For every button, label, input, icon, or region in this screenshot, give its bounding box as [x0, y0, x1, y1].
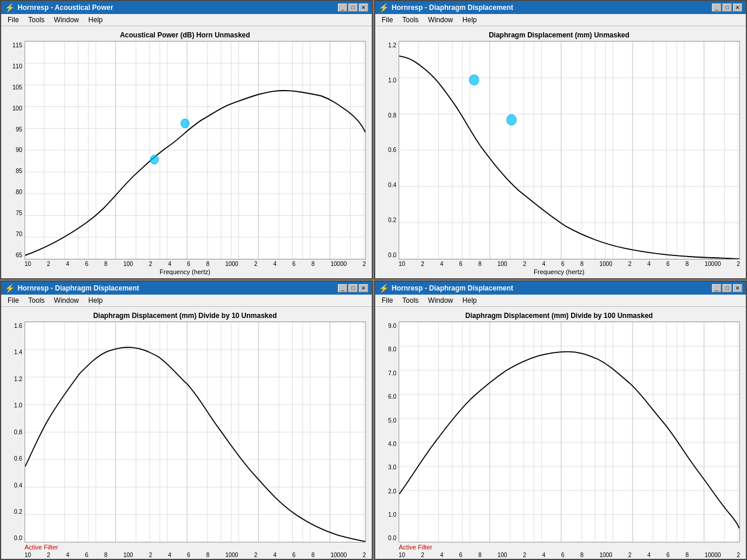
app-icon-2: ⚡ — [379, 3, 389, 12]
window-acoustical-power: ⚡ Hornresp - Acoustical Power _ □ ✕ File… — [0, 0, 373, 279]
minimize-btn-4[interactable]: _ — [712, 284, 721, 292]
y-axis-1: 115 110 105 100 95 90 85 80 75 70 65 — [4, 41, 25, 260]
x-label-2: Frequency (hertz) — [378, 267, 740, 275]
menu-file-4[interactable]: File — [380, 296, 395, 305]
title-bar-buttons-4: _ □ ✕ — [712, 284, 742, 292]
chart-body-1 — [25, 41, 366, 260]
x-axis-1: 10 2 4 6 8 100 2 4 6 8 1000 2 4 6 8 1000… — [4, 260, 366, 267]
chart-bottom-2: 10 2 4 6 8 100 2 4 6 8 1000 2 4 6 8 1000… — [378, 260, 740, 275]
minimize-btn-2[interactable]: _ — [712, 4, 721, 12]
menu-help-3[interactable]: Help — [87, 296, 105, 305]
window-title-4: Hornresp - Diaphragm Displacement — [392, 284, 513, 292]
x-axis-4: 10 2 4 6 8 100 2 4 6 8 1000 2 4 6 8 1000… — [378, 551, 740, 558]
maximize-btn-1[interactable]: □ — [348, 4, 358, 12]
chart-bottom-3: Active Filter 10 2 4 6 8 100 2 4 6 8 100… — [4, 542, 366, 560]
menu-bar-3: File Tools Window Help — [1, 295, 372, 307]
chart-container-4: 9.0 8.0 7.0 6.0 5.0 4.0 3.0 2.0 1.0 0.0 — [378, 322, 740, 542]
title-bar-buttons-2: _ □ ✕ — [712, 4, 742, 12]
chart-body-3 — [25, 322, 366, 542]
chart-area-1: Acoustical Power (dB) Horn Unmasked 115 … — [1, 26, 372, 278]
curve-2 — [399, 56, 739, 259]
chart-svg-2 — [399, 42, 739, 259]
x-axis-2: 10 2 4 6 8 100 2 4 6 8 1000 2 4 6 8 1000… — [378, 260, 740, 267]
menu-help-2[interactable]: Help — [461, 15, 479, 25]
chart-area-4: Diaphragm Displacement (mm) Divide by 10… — [375, 307, 746, 560]
chart-body-4 — [399, 322, 740, 542]
chart-title-4: Diaphragm Displacement (mm) Divide by 10… — [378, 310, 740, 322]
y-axis-4: 9.0 8.0 7.0 6.0 5.0 4.0 3.0 2.0 1.0 0.0 — [378, 322, 399, 542]
menu-file-2[interactable]: File — [380, 15, 395, 25]
x-axis-3: 10 2 4 6 8 100 2 4 6 8 1000 2 4 6 8 1000… — [4, 551, 366, 558]
chart-title-2: Diaphragm Displacement (mm) Unmasked — [378, 29, 740, 41]
menu-tools-3[interactable]: Tools — [26, 296, 46, 305]
menu-tools-1[interactable]: Tools — [26, 15, 46, 25]
window-diaphragm-1: ⚡ Hornresp - Diaphragm Displacement _ □ … — [374, 0, 747, 279]
chart-title-1: Acoustical Power (dB) Horn Unmasked — [4, 29, 366, 41]
app-icon-3: ⚡ — [5, 284, 15, 293]
menu-file-3[interactable]: File — [6, 296, 20, 305]
window-title-2: Hornresp - Diaphragm Displacement — [392, 4, 513, 12]
maximize-btn-3[interactable]: □ — [348, 284, 358, 292]
x-label-1: Frequency (hertz) — [4, 267, 366, 275]
title-bar-2: ⚡ Hornresp - Diaphragm Displacement _ □ … — [375, 1, 746, 14]
chart-svg-3 — [25, 322, 365, 542]
chart-container-3: 1.6 1.4 1.2 1.0 0.8 0.6 0.4 0.2 0.0 — [4, 322, 366, 542]
marker-1a — [150, 155, 158, 164]
app-icon-4: ⚡ — [379, 284, 389, 293]
curve-4 — [399, 352, 739, 528]
window-diaphragm-div10: ⚡ Hornresp - Diaphragm Displacement _ □ … — [0, 281, 373, 560]
app-icon-1: ⚡ — [5, 3, 15, 12]
title-bar-3: ⚡ Hornresp - Diaphragm Displacement _ □ … — [1, 282, 372, 295]
menu-window-1[interactable]: Window — [52, 15, 81, 25]
menu-window-2[interactable]: Window — [426, 15, 455, 25]
title-bar-4: ⚡ Hornresp - Diaphragm Displacement _ □ … — [375, 282, 746, 295]
chart-svg-4 — [399, 322, 739, 542]
maximize-btn-2[interactable]: □ — [722, 4, 732, 12]
curve-3 — [25, 347, 365, 541]
title-bar-buttons-3: _ □ ✕ — [338, 284, 368, 292]
maximize-btn-4[interactable]: □ — [722, 284, 732, 292]
active-filter-3: Active Filter — [4, 542, 366, 551]
window-title-3: Hornresp - Diaphragm Displacement — [18, 284, 139, 292]
chart-bottom-1: 10 2 4 6 8 100 2 4 6 8 1000 2 4 6 8 1000… — [4, 260, 366, 275]
minimize-btn-1[interactable]: _ — [338, 4, 347, 12]
marker-1b — [181, 119, 189, 128]
menu-file-1[interactable]: File — [6, 15, 20, 25]
marker-2b — [507, 115, 516, 125]
y-axis-2: 1.2 1.0 0.8 0.6 0.4 0.2 0.0 — [378, 41, 399, 260]
title-bar-buttons-1: _ □ ✕ — [338, 4, 368, 12]
menu-tools-2[interactable]: Tools — [400, 15, 420, 25]
window-diaphragm-div100: ⚡ Hornresp - Diaphragm Displacement _ □ … — [374, 281, 747, 560]
menu-bar-4: File Tools Window Help — [375, 295, 746, 307]
menu-bar-2: File Tools Window Help — [375, 14, 746, 26]
close-btn-4[interactable]: ✕ — [733, 284, 742, 292]
chart-container-2: 1.2 1.0 0.8 0.6 0.4 0.2 0.0 — [378, 41, 740, 260]
y-axis-3: 1.6 1.4 1.2 1.0 0.8 0.6 0.4 0.2 0.0 — [4, 322, 25, 542]
active-filter-4: Active Filter — [378, 542, 740, 551]
menu-bar-1: File Tools Window Help — [1, 14, 372, 26]
window-title-1: Hornresp - Acoustical Power — [18, 4, 113, 12]
curve-1 — [25, 91, 365, 255]
chart-area-3: Diaphragm Displacement (mm) Divide by 10… — [1, 307, 372, 560]
menu-window-3[interactable]: Window — [52, 296, 81, 305]
chart-container-1: 115 110 105 100 95 90 85 80 75 70 65 — [4, 41, 366, 260]
minimize-btn-3[interactable]: _ — [338, 284, 347, 292]
menu-window-4[interactable]: Window — [426, 296, 455, 305]
close-btn-1[interactable]: ✕ — [359, 4, 368, 12]
title-bar-1: ⚡ Hornresp - Acoustical Power _ □ ✕ — [1, 1, 372, 14]
marker-2a — [469, 75, 479, 85]
menu-help-1[interactable]: Help — [87, 15, 105, 25]
close-btn-2[interactable]: ✕ — [733, 4, 742, 12]
chart-bottom-4: Active Filter 10 2 4 6 8 100 2 4 6 8 100… — [378, 542, 740, 560]
chart-title-3: Diaphragm Displacement (mm) Divide by 10… — [4, 310, 366, 322]
chart-body-2 — [399, 41, 740, 260]
menu-tools-4[interactable]: Tools — [400, 296, 420, 305]
close-btn-3[interactable]: ✕ — [359, 284, 368, 292]
chart-svg-1 — [25, 42, 365, 259]
chart-area-2: Diaphragm Displacement (mm) Unmasked 1.2… — [375, 26, 746, 278]
menu-help-4[interactable]: Help — [461, 296, 479, 305]
